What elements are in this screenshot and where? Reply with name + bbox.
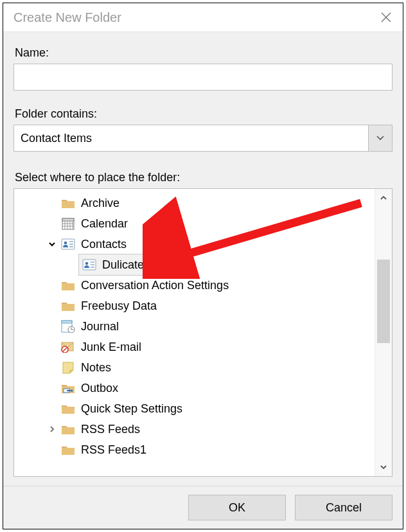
cancel-button[interactable]: Cancel [295, 495, 393, 520]
tree-item-label: Notes [80, 357, 112, 378]
tree-item-label: Quick Step Settings [80, 398, 184, 419]
folder-tree[interactable]: ArchiveCalendarContactsDulicatesConversa… [14, 189, 375, 476]
tree-item-label: Dulicates [101, 254, 151, 275]
tree-item[interactable]: Contacts [14, 234, 375, 254]
tree-item[interactable]: Junk E-mail [14, 337, 375, 357]
tree-item-label: Outbox [80, 378, 119, 398]
folder-contains-value: Contact Items [14, 125, 368, 151]
junk-icon [60, 340, 76, 354]
tree-item[interactable]: Quick Step Settings [14, 398, 375, 419]
tree-item[interactable]: RSS Feeds [14, 419, 375, 439]
contacts-icon [82, 258, 97, 272]
collapse-icon[interactable] [45, 237, 59, 251]
tree-item[interactable]: Calendar [14, 213, 375, 234]
tree-item[interactable]: Freebusy Data [14, 296, 375, 316]
folder-icon [60, 402, 76, 416]
tree-item-label: Archive [80, 193, 121, 213]
expander-placeholder [45, 319, 59, 333]
chevron-down-icon [380, 464, 387, 470]
tree-item[interactable]: Journal [14, 316, 375, 337]
expand-icon[interactable] [45, 422, 59, 436]
expander-placeholder [45, 360, 59, 375]
svg-rect-21 [62, 321, 72, 323]
folder-icon [60, 196, 76, 210]
expander-placeholder [45, 299, 59, 313]
tree-item[interactable]: Archive [14, 193, 375, 213]
folder-contains-select[interactable]: Contact Items [13, 125, 393, 152]
tree-item[interactable]: RSS Feeds1 [14, 439, 375, 460]
tree-item-label: Junk E-mail [80, 337, 143, 357]
dropdown-button[interactable] [368, 125, 392, 151]
close-icon [381, 12, 391, 22]
close-button[interactable] [377, 8, 395, 26]
titlebar: Create New Folder [3, 3, 403, 32]
tree-item[interactable]: Notes [14, 357, 375, 378]
chevron-up-icon [380, 195, 387, 201]
scroll-up-button[interactable] [375, 189, 392, 207]
scrollbar[interactable] [375, 189, 392, 476]
tree-item[interactable]: Dulicates [14, 254, 375, 275]
ok-button[interactable]: OK [188, 495, 286, 520]
dialog-title: Create New Folder [13, 10, 121, 25]
expander-placeholder [45, 340, 59, 354]
name-input[interactable] [13, 64, 393, 91]
notes-icon [60, 360, 76, 375]
calendar-icon [60, 217, 76, 231]
folder-icon [60, 422, 76, 436]
folder-icon [60, 443, 76, 457]
folder-icon [60, 278, 76, 292]
tree-item-label: Conversation Action Settings [80, 275, 230, 296]
contacts-icon [60, 237, 76, 251]
tree-item-label: Freebusy Data [80, 296, 158, 316]
tree-item-selected[interactable]: Dulicates [78, 254, 154, 276]
expander-placeholder [64, 258, 78, 272]
tree-item-label: Journal [80, 316, 120, 337]
scrollbar-thumb[interactable] [377, 260, 390, 343]
svg-rect-3 [62, 218, 74, 221]
expander-placeholder [45, 381, 59, 395]
name-label: Name: [15, 46, 393, 60]
chevron-down-icon [376, 135, 385, 141]
dialog-body: Name: Folder contains: Contact Items Sel… [3, 32, 403, 486]
journal-icon [60, 319, 76, 333]
expander-placeholder [45, 196, 59, 210]
expander-placeholder [45, 278, 59, 292]
select-where-label: Select where to place the folder: [15, 171, 393, 184]
folder-contains-label: Folder contains: [15, 107, 393, 121]
tree-item-label: Contacts [80, 234, 128, 254]
svg-point-11 [64, 242, 67, 245]
expander-placeholder [45, 443, 59, 457]
tree-item-label: RSS Feeds1 [80, 439, 148, 460]
scroll-down-button[interactable] [375, 458, 392, 476]
outbox-icon [60, 381, 76, 395]
folder-tree-box: ArchiveCalendarContactsDulicatesConversa… [13, 188, 393, 477]
expander-placeholder [45, 217, 59, 231]
tree-item[interactable]: Conversation Action Settings [14, 275, 375, 296]
create-new-folder-dialog: Create New Folder Name: Folder contains:… [3, 3, 403, 529]
tree-item-label: RSS Feeds [80, 419, 141, 439]
tree-item[interactable]: Outbox [14, 378, 375, 398]
tree-item-label: Calendar [80, 213, 129, 234]
expander-placeholder [45, 402, 59, 416]
dialog-footer: OK Cancel [3, 486, 403, 529]
folder-icon [60, 299, 76, 313]
svg-point-16 [85, 262, 89, 265]
